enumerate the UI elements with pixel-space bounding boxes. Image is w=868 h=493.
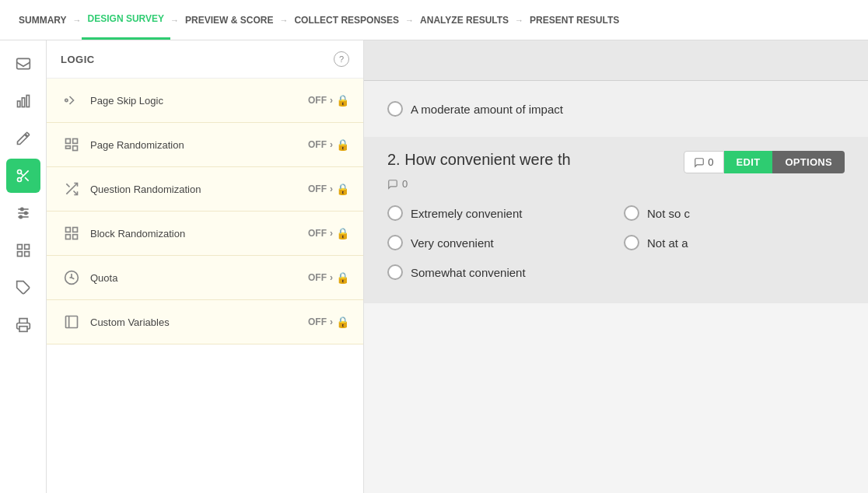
page-randomization-lock: 🔒 <box>336 138 349 151</box>
radio-circle-moderate[interactable] <box>387 101 403 117</box>
question-randomization-icon <box>61 178 82 200</box>
q2-title: How convenient were th <box>404 151 570 168</box>
survey-top-bar <box>364 40 868 81</box>
skip-logic-icon <box>61 89 82 111</box>
svg-rect-29 <box>66 228 71 233</box>
question-randomization-status: OFF › 🔒 <box>308 183 349 195</box>
logic-item-question-randomization[interactable]: Question Randomization OFF › 🔒 <box>47 167 363 212</box>
svg-rect-16 <box>24 245 29 250</box>
question-randomization-lock: 🔒 <box>336 183 349 195</box>
page-skip-logic-off: OFF <box>308 95 327 106</box>
svg-rect-1 <box>17 101 19 107</box>
svg-rect-22 <box>66 139 71 144</box>
sidebar-item-pencil[interactable] <box>6 121 40 156</box>
nav-preview-score[interactable]: PREVIEW & SCORE <box>179 0 279 40</box>
svg-rect-2 <box>22 98 24 107</box>
option-not-so-convenient-text: Not so c <box>647 207 690 220</box>
q2-number: 2. <box>387 151 401 168</box>
block-randomization-status: OFF › 🔒 <box>308 227 349 240</box>
scissors-icon <box>16 168 31 184</box>
edit-button[interactable]: EDIT <box>724 151 773 173</box>
logic-help-button[interactable]: ? <box>334 51 349 67</box>
comment-count-badge: 0 <box>708 156 713 168</box>
radio-not-so-convenient[interactable] <box>624 205 639 221</box>
page-randomization-label: Page Randomization <box>90 139 308 151</box>
quota-label: Quota <box>90 272 308 284</box>
nav-analyze-results-label: ANALYZE RESULTS <box>420 15 509 26</box>
nav-analyze-results[interactable]: ANALYZE RESULTS <box>414 0 515 40</box>
page-randomization-status: OFF › 🔒 <box>308 138 349 151</box>
sidebar-item-grid[interactable] <box>6 233 40 267</box>
comment-badge[interactable]: 0 <box>684 151 723 173</box>
block-randomization-icon <box>61 222 82 244</box>
logic-item-quota[interactable]: Quota OFF › 🔒 <box>47 256 363 300</box>
radio-somewhat-convenient[interactable] <box>387 264 403 280</box>
svg-rect-17 <box>17 252 22 257</box>
svg-rect-18 <box>24 252 29 257</box>
svg-rect-15 <box>17 245 22 250</box>
logic-item-block-randomization[interactable]: Block Randomization OFF › 🔒 <box>47 212 363 256</box>
nav-summary[interactable]: SUMMARY <box>12 0 73 40</box>
options-button[interactable]: OPTIONS <box>772 151 845 173</box>
option-extremely-convenient-text: Extremely convenient <box>411 207 522 220</box>
logic-title: LOGIC <box>61 54 95 65</box>
svg-point-14 <box>19 215 22 218</box>
page-randomization-off: OFF <box>308 139 327 150</box>
radio-very-convenient[interactable] <box>387 235 403 250</box>
grid-icon <box>16 243 31 258</box>
logic-panel: LOGIC ? Page Skip Logic OFF › 🔒 Page Ran… <box>47 40 364 493</box>
page-skip-logic-label: Page Skip Logic <box>90 95 308 107</box>
main-layout: LOGIC ? Page Skip Logic OFF › 🔒 Page Ran… <box>0 40 868 493</box>
nav-present-results[interactable]: PRESENT RESULTS <box>523 0 625 40</box>
option-somewhat-convenient: Somewhat convenient <box>387 260 608 285</box>
nav-design-survey[interactable]: DESIGN SURVEY <box>82 0 170 40</box>
quota-off: OFF <box>308 272 327 283</box>
radio-extremely-convenient[interactable] <box>387 205 403 221</box>
question-randomization-label: Question Randomization <box>90 184 308 195</box>
nav-arrow-3: → <box>279 16 288 25</box>
sliders-icon <box>16 205 31 221</box>
nav-collect-responses-label: COLLECT RESPONSES <box>294 15 399 26</box>
sidebar-item-logic[interactable] <box>6 159 40 193</box>
radio-not-at-all[interactable] <box>624 235 639 250</box>
option-very-convenient-text: Very convenient <box>411 236 494 250</box>
logic-item-page-skip-logic[interactable]: Page Skip Logic OFF › 🔒 <box>47 79 363 123</box>
tag-icon <box>16 280 31 295</box>
quota-arrow: › <box>330 272 333 283</box>
sidebar-item-inbox[interactable] <box>6 47 40 81</box>
svg-rect-20 <box>19 327 27 332</box>
nav-present-results-label: PRESENT RESULTS <box>530 15 619 26</box>
top-navigation: SUMMARY → DESIGN SURVEY → PREVIEW & SCOR… <box>0 0 868 40</box>
svg-rect-34 <box>66 316 78 328</box>
custom-variables-off: OFF <box>308 316 327 327</box>
question-randomization-off: OFF <box>308 184 327 194</box>
comment-count-label: 0 <box>402 178 408 190</box>
svg-line-8 <box>20 173 23 176</box>
print-icon <box>16 317 31 333</box>
question-2-number: 2. How convenient were th <box>387 151 684 169</box>
sidebar-item-chart[interactable] <box>6 84 40 118</box>
nav-collect-responses[interactable]: COLLECT RESPONSES <box>288 0 405 40</box>
sidebar-item-print[interactable] <box>6 308 40 342</box>
logic-item-page-randomization[interactable]: Page Randomization OFF › 🔒 <box>47 123 363 167</box>
custom-variables-icon <box>61 311 82 333</box>
icon-sidebar <box>0 40 47 493</box>
svg-rect-30 <box>73 228 78 233</box>
option-not-at-all-text: Not at a <box>647 236 688 250</box>
question-comment-count: 0 <box>387 178 845 190</box>
logic-item-custom-variables[interactable]: Custom Variables OFF › 🔒 <box>47 300 363 344</box>
pencil-icon <box>16 131 31 146</box>
chart-icon <box>16 93 31 109</box>
sidebar-item-sliders[interactable] <box>6 196 40 230</box>
option-very-convenient: Very convenient <box>387 230 608 255</box>
q1-option-moderate: A moderate amount of impact <box>387 96 845 121</box>
custom-variables-arrow: › <box>330 316 333 327</box>
block-randomization-label: Block Randomization <box>90 228 308 240</box>
help-label: ? <box>339 54 344 64</box>
page-randomization-icon <box>61 134 82 156</box>
sidebar-item-tag[interactable] <box>6 271 40 305</box>
question-randomization-arrow: › <box>330 184 333 194</box>
page-skip-logic-status: OFF › 🔒 <box>308 94 349 107</box>
custom-variables-label: Custom Variables <box>90 316 308 328</box>
page-skip-logic-lock: 🔒 <box>336 94 349 107</box>
